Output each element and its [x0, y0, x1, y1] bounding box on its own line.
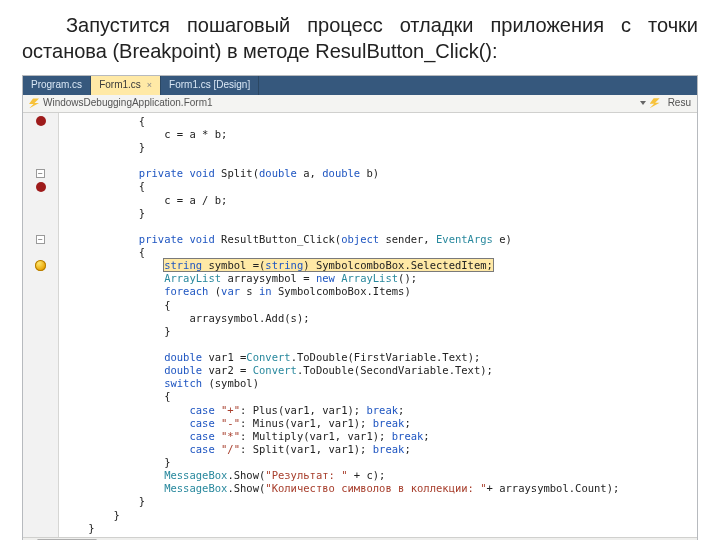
current-step-icon: [35, 260, 46, 271]
tab-program[interactable]: Program.cs: [23, 76, 91, 95]
code-text: { c = a * b; } private void Split(double…: [59, 113, 619, 537]
class-selector[interactable]: WindowsDebuggingApplication.Form1: [29, 97, 213, 110]
member-selector[interactable]: Resu: [640, 97, 691, 110]
code-editor[interactable]: − − { c = a * b; } private void Split(do…: [23, 113, 697, 537]
ide-screenshot: Program.cs Form1.cs× Form1.cs [Design] W…: [22, 75, 698, 540]
fold-icon[interactable]: −: [36, 235, 45, 244]
class-name: WindowsDebuggingApplication.Form1: [43, 97, 213, 108]
breakpoint-icon[interactable]: [36, 182, 46, 192]
tab-form1-design[interactable]: Form1.cs [Design]: [161, 76, 259, 95]
lightning-icon: [29, 98, 39, 108]
lightning-icon: [650, 98, 660, 108]
tab-form1[interactable]: Form1.cs×: [91, 76, 161, 95]
intro-paragraph: Запустится пошаговый процесс отладки при…: [22, 12, 698, 65]
tab-strip: Program.cs Form1.cs× Form1.cs [Design]: [23, 76, 697, 95]
close-icon[interactable]: ×: [147, 80, 152, 91]
navigation-bar: WindowsDebuggingApplication.Form1 Resu: [23, 95, 697, 113]
fold-icon[interactable]: −: [36, 169, 45, 178]
chevron-down-icon: [640, 101, 646, 105]
tab-label: Form1.cs: [99, 79, 141, 92]
breakpoint-icon[interactable]: [36, 116, 46, 126]
member-name: Resu: [668, 97, 691, 110]
tab-label: Program.cs: [31, 79, 82, 92]
tab-label: Form1.cs [Design]: [169, 79, 250, 92]
gutter: − −: [23, 113, 59, 537]
